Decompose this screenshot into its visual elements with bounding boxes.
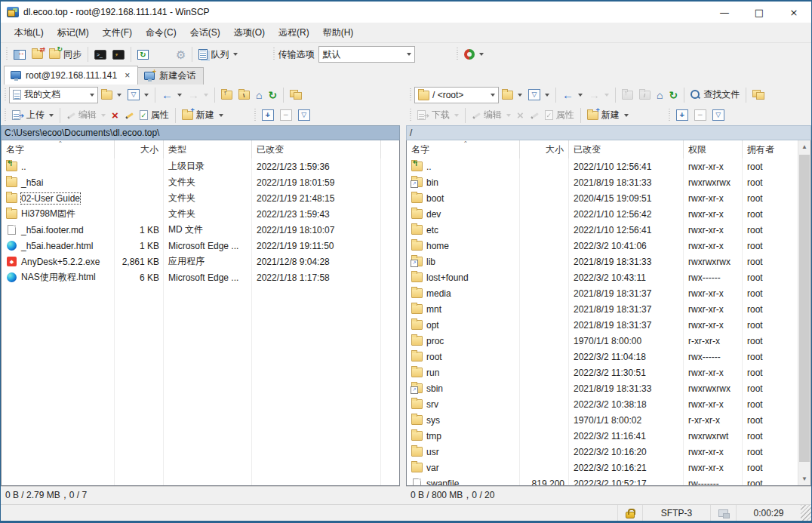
remote-delete-button[interactable]: × — [514, 106, 527, 125]
queue-button[interactable]: 队列 — [195, 45, 241, 63]
remote-filter-box-button[interactable]: ▽ — [709, 106, 727, 125]
local-follow-symlinks-button[interactable] — [287, 86, 305, 104]
file-row[interactable]: Hi3798M固件 文件夹 2022/1/23 1:59:43 — [2, 206, 399, 222]
menu-files[interactable]: 文件(F) — [97, 23, 138, 42]
remote-edit-button[interactable]: 编辑 — [469, 106, 514, 125]
toolbar-grip[interactable] — [4, 109, 8, 122]
local-refresh-button[interactable]: ↻ — [265, 86, 280, 104]
local-new-button[interactable]: +新建 — [179, 106, 226, 125]
open-terminal-button[interactable]: >_ — [91, 45, 109, 63]
upload-button[interactable]: ➔上传 — [9, 106, 57, 125]
local-show-hidden-button[interactable]: + — [259, 106, 277, 125]
remote-path-bar[interactable]: / — [406, 125, 811, 140]
toolbar-grip[interactable] — [254, 109, 257, 122]
column-header-name[interactable]: 名字⌃ — [407, 140, 520, 158]
column-header-changed[interactable]: 已改变 — [252, 140, 381, 158]
transfer-settings-button[interactable] — [461, 45, 487, 63]
file-row[interactable]: media 2021/8/19 18:31:37 rwxr-xr-x root — [407, 285, 798, 301]
remote-filter-button[interactable]: ▽ — [525, 86, 552, 104]
file-row[interactable]: .. 2022/1/10 12:56:41 rwxr-xr-x root — [407, 158, 798, 174]
remote-parent-directory-button[interactable]: ↑ — [619, 86, 636, 104]
file-row[interactable]: mnt 2021/8/19 18:31:37 rwxr-xr-x root — [407, 301, 798, 317]
download-button[interactable]: ➔下载 — [414, 106, 462, 125]
refresh-panels-button[interactable]: ↻ — [134, 45, 152, 63]
local-properties-button[interactable]: ✓属性 — [137, 106, 172, 125]
remote-root-directory-button[interactable]: / — [636, 86, 654, 104]
minimize-button[interactable]: — — [707, 2, 742, 23]
column-header-owner[interactable]: 拥有者 — [743, 140, 798, 158]
file-row[interactable]: var 2022/3/2 10:16:21 rwxr-xr-x root — [407, 460, 798, 475]
local-home-button[interactable]: ⌂ — [253, 86, 265, 104]
column-header-rights[interactable]: 权限 — [684, 140, 743, 158]
file-row[interactable]: swapfile 819,200 2022/3/2 10:52:17 rw---… — [407, 475, 798, 485]
column-header-size[interactable]: 大小 — [520, 140, 569, 158]
resize-grip[interactable] — [801, 505, 811, 521]
file-row[interactable]: .. 上级目录 2022/1/23 1:59:36 — [2, 158, 399, 174]
local-edit-button[interactable]: 编辑 — [63, 106, 109, 125]
scroll-track[interactable] — [798, 153, 810, 472]
maximize-button[interactable]: □ — [742, 2, 777, 23]
tab-new-session[interactable]: 新建会话 — [138, 67, 204, 85]
column-header-type[interactable]: 类型 — [164, 140, 252, 158]
connection-indicator[interactable] — [710, 505, 736, 521]
menu-help[interactable]: 帮助(H) — [317, 23, 360, 42]
scroll-up-icon[interactable]: ▲ — [798, 140, 810, 153]
file-row[interactable]: _h5ai 文件夹 2022/1/19 18:01:59 — [2, 174, 399, 190]
preferences-button[interactable]: ⚙ — [173, 45, 189, 63]
toolbar-grip[interactable] — [4, 88, 8, 102]
file-row[interactable]: tmp 2022/3/2 11:16:41 rwxrwxrwt root — [407, 428, 798, 444]
panel-splitter[interactable] — [400, 85, 406, 504]
local-directory-combobox[interactable]: 我的文档 — [9, 87, 98, 103]
column-header-size[interactable]: 大小 — [115, 140, 164, 158]
toolbar-grip[interactable] — [409, 88, 413, 102]
file-row[interactable]: opt 2021/8/19 18:31:37 rwxr-xr-x root — [407, 317, 798, 333]
local-hide-files-button[interactable]: − — [277, 106, 295, 125]
local-filter-box-button[interactable]: ▽ — [295, 106, 313, 125]
remote-home-button[interactable]: ⌂ — [654, 86, 666, 104]
file-row[interactable]: _h5ai.footer.md 1 KB MD 文件 2022/1/19 18:… — [2, 222, 399, 238]
local-path-bar[interactable]: C:\Users\ecoo\Documents\dl.ecoo.top\ — [1, 125, 400, 140]
local-filter-button[interactable]: ▽ — [125, 86, 152, 104]
remote-back-button[interactable]: ← — [559, 86, 586, 104]
remote-refresh-button[interactable]: ↻ — [666, 86, 681, 104]
local-rename-button[interactable] — [121, 106, 137, 125]
file-row[interactable]: proc 1970/1/1 8:00:00 r-xr-xr-x root — [407, 333, 798, 349]
find-files-button[interactable]: 查找文件 — [687, 86, 743, 104]
file-row[interactable]: run 2022/3/2 11:30:51 rwxr-xr-x root — [407, 365, 798, 380]
tab-session[interactable]: root@192.168.111.141 × — [4, 66, 138, 85]
transfer-preset-combobox[interactable]: 默认 — [318, 46, 415, 63]
file-row[interactable]: lib 2021/8/19 18:31:33 rwxrwxrwx root — [407, 254, 798, 269]
scroll-thumb[interactable] — [799, 155, 810, 462]
toolbar-grip[interactable] — [456, 48, 460, 61]
close-button[interactable]: × — [777, 2, 811, 23]
remote-forward-button[interactable]: → — [586, 86, 612, 104]
column-header-name[interactable]: 名字⌃ — [2, 140, 115, 158]
file-row[interactable]: dev 2022/1/10 12:56:42 rwxr-xr-x root — [407, 206, 798, 222]
local-parent-directory-button[interactable]: ↑ — [218, 86, 235, 104]
remote-rename-button[interactable] — [527, 106, 542, 125]
encryption-indicator[interactable] — [617, 505, 642, 521]
toolbar-grip[interactable] — [5, 48, 9, 61]
menu-session[interactable]: 会话(S) — [184, 23, 226, 42]
column-header-changed[interactable]: 已改变 — [569, 140, 684, 158]
remote-new-button[interactable]: +新建 — [584, 106, 632, 125]
file-row[interactable]: home 2022/3/2 10:41:06 rwxr-xr-x root — [407, 238, 798, 254]
remote-scrollbar[interactable]: ▲ ▼ — [798, 140, 810, 485]
local-root-directory-button[interactable]: \ — [235, 86, 253, 104]
file-row[interactable]: NAS使用教程.html 6 KB Microsoft Edge ... 202… — [2, 269, 399, 285]
file-row[interactable]: lost+found 2022/3/2 10:43:11 rwx------ r… — [407, 269, 798, 285]
remote-hide-files-button[interactable]: − — [691, 106, 709, 125]
remote-open-directory-button[interactable] — [499, 86, 525, 104]
file-row[interactable]: AnyDesk+5.2.2.exe 2,861 KB 应用程序 2021/12/… — [2, 254, 399, 269]
file-row[interactable]: etc 2022/1/10 12:56:41 rwxr-xr-x root — [407, 222, 798, 238]
local-delete-button[interactable]: × — [109, 106, 121, 125]
synchronize-browsing-button[interactable]: ⇄ — [29, 45, 46, 63]
local-forward-button[interactable]: → — [185, 86, 211, 104]
remote-directory-combobox[interactable]: / <root> — [414, 87, 499, 103]
menu-options[interactable]: 选项(O) — [228, 23, 271, 42]
menu-commands[interactable]: 命令(C) — [140, 23, 183, 42]
toolbar-grip[interactable] — [272, 48, 276, 61]
synchronize-button[interactable]: ↻同步 — [46, 45, 85, 63]
scroll-down-icon[interactable]: ▼ — [798, 472, 810, 485]
file-row[interactable]: boot 2020/4/15 19:09:51 rwxr-xr-x root — [407, 190, 798, 206]
